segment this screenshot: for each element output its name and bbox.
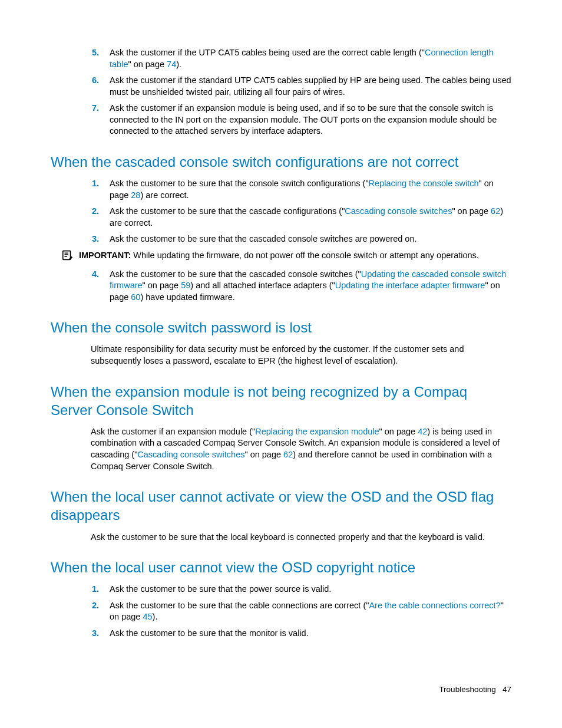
important-label: IMPORTANT: — [79, 251, 131, 260]
step-text: Ask the customer to be sure that the cas… — [110, 234, 416, 243]
page-footer: Troubleshooting 47 — [439, 684, 511, 695]
heading-osd-flag: When the local user cannot activate or v… — [51, 487, 511, 524]
step-number: 3. — [92, 628, 105, 640]
step-text: Ask the customer to be sure that the mon… — [110, 628, 309, 638]
step-text: Ask the customer if an expansion module … — [110, 103, 497, 136]
list-item: 6. Ask the customer if the standard UTP … — [51, 75, 511, 98]
step-text: Ask the customer to be sure that the cab… — [110, 601, 504, 622]
list-item: 5. Ask the customer if the UTP CAT5 cabl… — [51, 47, 511, 70]
footer-page-number: 47 — [503, 685, 511, 694]
expansion-body: Ask the customer if an expansion module … — [51, 426, 511, 472]
step-number: 6. — [92, 75, 105, 87]
step-number: 7. — [92, 103, 105, 114]
link-page-62-2[interactable]: 62 — [283, 450, 293, 459]
step-text: Ask the customer if the UTP CAT5 cables … — [110, 48, 494, 69]
step-number: 3. — [92, 233, 105, 245]
step-text: Ask the customer to be sure that the cas… — [110, 206, 503, 228]
heading-expansion-module: When the expansion module is not being r… — [51, 383, 511, 419]
step-number: 4. — [92, 269, 105, 281]
link-page-45[interactable]: 45 — [143, 612, 152, 621]
list-item: 2. Ask the customer to be sure that the … — [51, 206, 511, 229]
important-note: IMPORTANT: While updating the firmware, … — [51, 250, 511, 262]
list-item: 7. Ask the customer if an expansion modu… — [51, 103, 511, 137]
list-item: 4. Ask the customer to be sure that the … — [51, 269, 511, 304]
link-cascading-console-switches[interactable]: Cascading console switches — [345, 206, 452, 216]
list-item: 2. Ask the customer to be sure that the … — [51, 600, 511, 623]
svg-rect-0 — [63, 251, 71, 260]
step-text: Ask the customer to be sure that the con… — [110, 179, 494, 200]
link-cable-connections-correct[interactable]: Are the cable connections correct? — [369, 601, 500, 610]
link-page-62[interactable]: 62 — [491, 206, 500, 216]
heading-osd-copyright: When the local user cannot view the OSD … — [51, 558, 511, 577]
step-number: 1. — [92, 178, 105, 190]
link-page-74[interactable]: 74 — [167, 60, 176, 69]
list-item: 3. Ask the customer to be sure that the … — [51, 628, 511, 640]
step-text: Ask the customer if the standard UTP CAT… — [110, 75, 511, 97]
list-item: 1. Ask the customer to be sure that the … — [51, 178, 511, 201]
step-text: Ask the customer to be sure that the cas… — [110, 269, 506, 302]
link-page-42[interactable]: 42 — [418, 427, 427, 436]
step-number: 2. — [92, 600, 105, 612]
important-text: While updating the firmware, do not powe… — [131, 251, 479, 260]
link-page-59[interactable]: 59 — [181, 281, 190, 290]
cascaded-steps-list-1: 1. Ask the customer to be sure that the … — [51, 178, 511, 245]
heading-password-lost: When the console switch password is lost — [51, 318, 511, 337]
link-replacing-expansion-module[interactable]: Replacing the expansion module — [255, 427, 379, 436]
step-text: Ask the customer to be sure that the pow… — [110, 584, 331, 594]
step-number: 1. — [92, 584, 105, 595]
link-page-60[interactable]: 60 — [131, 292, 140, 302]
link-cascading-console-switches-2[interactable]: Cascading console switches — [137, 450, 244, 459]
step-number: 2. — [92, 206, 105, 218]
list-item: 3. Ask the customer to be sure that the … — [51, 233, 511, 245]
link-replacing-console-switch[interactable]: Replacing the console switch — [369, 179, 479, 188]
step-number: 5. — [92, 47, 105, 59]
top-steps-list: 5. Ask the customer if the UTP CAT5 cabl… — [51, 47, 511, 137]
password-body: Ultimate responsibility for data securit… — [51, 344, 511, 367]
osd-flag-body: Ask the customer to be sure that the loc… — [51, 532, 511, 543]
link-page-28[interactable]: 28 — [131, 190, 140, 200]
footer-section: Troubleshooting — [439, 685, 495, 694]
important-icon — [61, 249, 74, 262]
list-item: 1. Ask the customer to be sure that the … — [51, 584, 511, 595]
heading-cascaded-config: When the cascaded console switch configu… — [51, 153, 511, 171]
link-updating-interface-adapter-firmware[interactable]: Updating the interface adapter firmware — [335, 281, 485, 290]
cascaded-steps-list-2: 4. Ask the customer to be sure that the … — [51, 269, 511, 304]
osd-copyright-steps-list: 1. Ask the customer to be sure that the … — [51, 584, 511, 639]
